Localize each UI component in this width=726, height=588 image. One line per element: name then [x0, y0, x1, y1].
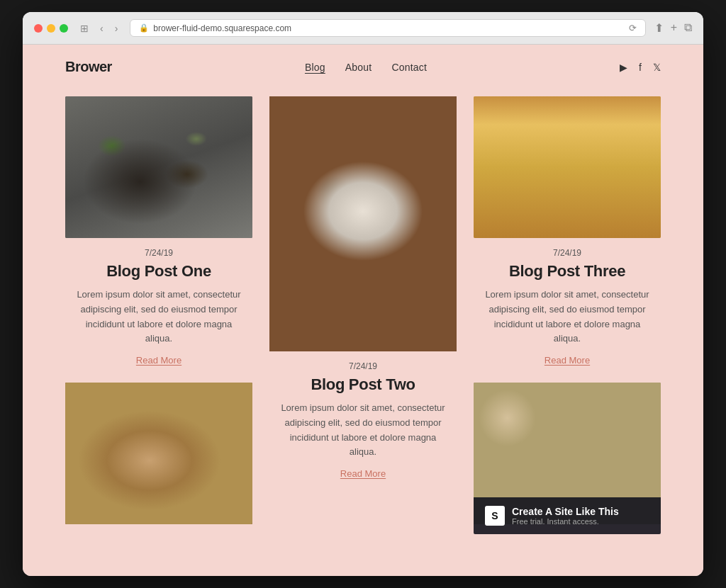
reload-button[interactable]: ⟳	[629, 23, 637, 33]
nav-link-contact[interactable]: Contact	[391, 62, 427, 73]
squarespace-title: Create A Site Like This	[512, 506, 619, 517]
post-four-image	[65, 383, 252, 524]
post-two-image	[269, 96, 457, 351]
nav-item-about[interactable]: About	[345, 61, 372, 74]
social-links: ▶ f 𝕏	[620, 62, 661, 73]
site-logo[interactable]: Brower	[65, 59, 112, 75]
website-content: Brower Blog About Contact ▶ f 𝕏	[23, 45, 703, 576]
minimize-button[interactable]	[47, 24, 55, 33]
post-two-date: 7/24/19	[349, 361, 377, 371]
post-two-read-more[interactable]: Read More	[340, 468, 386, 479]
post-two-excerpt: Lorem ipsum dolor sit amet, consectetur …	[269, 401, 457, 460]
back-button[interactable]: ‹	[96, 21, 107, 35]
forward-button[interactable]: ›	[111, 21, 122, 35]
squarespace-subtitle: Free trial. Instant access.	[512, 517, 619, 526]
browser-controls: ⊞ ‹ ›	[77, 21, 121, 35]
food-image-1	[65, 96, 252, 238]
nav-item-contact[interactable]: Contact	[391, 61, 427, 74]
blog-post-three: 7/24/19 Blog Post Three Lorem ipsum dolo…	[474, 96, 661, 366]
squarespace-banner[interactable]: S Create A Site Like This Free trial. In…	[474, 497, 661, 534]
browser-actions: ⬆ + ⧉	[654, 21, 692, 35]
post-three-excerpt: Lorem ipsum dolor sit amet, consectetur …	[474, 288, 661, 346]
blog-post-one: 7/24/19 Blog Post One Lorem ipsum dolor …	[65, 96, 252, 366]
browser-chrome: ⊞ ‹ › 🔒 brower-fluid-demo.squarespace.co…	[23, 12, 703, 45]
youtube-icon[interactable]: ▶	[620, 62, 627, 73]
squarespace-promo-card: S Create A Site Like This Free trial. In…	[474, 383, 661, 534]
close-button[interactable]	[34, 24, 43, 33]
squarespace-logo: S	[485, 506, 505, 526]
nav-links: Blog About Contact	[305, 61, 427, 74]
share-icon[interactable]: ⬆	[654, 21, 664, 35]
post-one-title: Blog Post One	[106, 262, 211, 281]
blog-grid: 7/24/19 Blog Post One Lorem ipsum dolor …	[23, 89, 703, 562]
blog-post-four	[65, 383, 252, 534]
post-one-image	[65, 96, 252, 238]
nav-item-blog[interactable]: Blog	[305, 61, 325, 74]
sidebar-toggle-icon[interactable]: ⊞	[77, 21, 92, 35]
lock-icon: 🔒	[139, 23, 149, 33]
maximize-button[interactable]	[60, 24, 68, 33]
blog-post-two: 7/24/19 Blog Post Two Lorem ipsum dolor …	[269, 96, 457, 534]
post-two-title: Blog Post Two	[311, 375, 415, 394]
squarespace-text: Create A Site Like This Free trial. Inst…	[512, 506, 619, 526]
new-tab-icon[interactable]: +	[671, 21, 677, 35]
post-three-read-more[interactable]: Read More	[544, 355, 590, 366]
nav-link-about[interactable]: About	[345, 62, 372, 73]
post-three-title: Blog Post Three	[509, 262, 625, 281]
post-one-excerpt: Lorem ipsum dolor sit amet, consectetur …	[65, 288, 252, 346]
food-image-4	[65, 383, 252, 524]
post-three-date: 7/24/19	[553, 248, 581, 258]
url-text: brower-fluid-demo.squarespace.com	[153, 23, 291, 33]
post-one-read-more[interactable]: Read More	[136, 355, 182, 366]
food-image-2	[269, 96, 457, 351]
post-three-image	[474, 96, 661, 238]
twitter-icon[interactable]: 𝕏	[653, 62, 661, 73]
address-bar[interactable]: 🔒 brower-fluid-demo.squarespace.com ⟳	[130, 19, 645, 37]
food-image-3	[474, 96, 661, 238]
browser-window: ⊞ ‹ › 🔒 brower-fluid-demo.squarespace.co…	[23, 12, 703, 576]
tabs-icon[interactable]: ⧉	[684, 21, 692, 35]
site-nav: Brower Blog About Contact ▶ f 𝕏	[23, 45, 703, 89]
traffic-lights	[34, 24, 68, 33]
nav-link-blog[interactable]: Blog	[305, 62, 325, 73]
facebook-icon[interactable]: f	[639, 62, 642, 73]
post-one-date: 7/24/19	[145, 248, 173, 258]
